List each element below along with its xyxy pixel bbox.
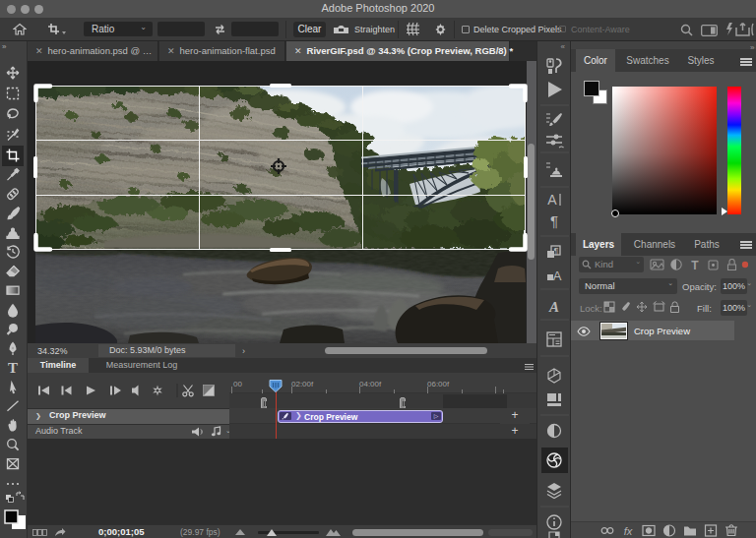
- svg-text:T: T: [8, 360, 18, 376]
- svg-text:«: «: [561, 42, 566, 51]
- svg-text:¶: ¶: [550, 212, 558, 229]
- svg-text:A: A: [547, 192, 557, 208]
- svg-text:A: A: [548, 299, 559, 315]
- svg-text:fx: fx: [624, 525, 633, 537]
- svg-text:¶: ¶: [554, 246, 559, 256]
- svg-text:A: A: [553, 269, 562, 283]
- svg-text:T: T: [691, 259, 699, 271]
